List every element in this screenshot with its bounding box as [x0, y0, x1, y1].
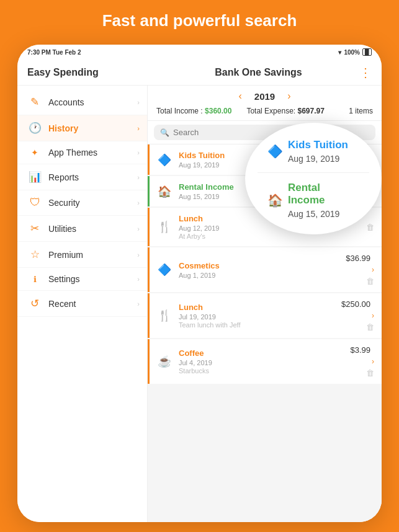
year-nav: ‹ 2019 › — [148, 86, 382, 104]
cosmetics-amount: $36.99 — [346, 254, 370, 263]
chevron-history: › — [137, 125, 140, 132]
magnify-kids-tuition-name: Kids Tuition — [288, 139, 348, 151]
reports-icon: 📊 — [26, 171, 43, 184]
sidebar: ✎ Accounts › 🕐 History › ✦ App Themes › … — [17, 86, 148, 522]
main-content: ✎ Accounts › 🕐 History › ✦ App Themes › … — [17, 86, 382, 522]
chevron-reports: › — [137, 174, 140, 181]
account-name: Bank One Savings — [158, 67, 359, 78]
next-year-button[interactable]: › — [287, 91, 290, 102]
total-income: Total Income : $360.00 — [156, 107, 231, 115]
cosmetics-date: Aug 1, 2019 — [179, 272, 346, 279]
more-options-button[interactable]: ⋮ — [359, 65, 372, 80]
chevron-accounts: › — [137, 99, 140, 106]
items-count: 1 items — [349, 107, 373, 115]
coffee-right: $3.99 › 🗑 — [350, 345, 374, 378]
sidebar-label-settings: Settings — [48, 274, 137, 284]
premium-icon: ☆ — [26, 248, 43, 261]
magnify-rental-income-date: Aug 15, 2019 — [288, 209, 359, 219]
expense-label: Total Expense: — [246, 107, 295, 115]
status-bar: 7:30 PM Tue Feb 2 ▾ 100% ▉ — [17, 45, 382, 60]
lunch-2-amount: $250.00 — [341, 299, 370, 309]
coffee-icon: ☕ — [155, 355, 174, 368]
kids-tuition-icon: 🔷 — [155, 153, 174, 167]
chevron-settings: › — [137, 275, 140, 283]
chevron-app-themes: › — [137, 149, 140, 156]
magnify-item-rental-income: 🏠 Rental Income Aug 15, 2019 — [258, 173, 369, 228]
security-icon: 🛡 — [26, 197, 43, 209]
battery-percent: 100% — [344, 49, 360, 56]
trash-icon-cosmetics[interactable]: 🗑 — [366, 277, 374, 286]
rental-income-icon: 🏠 — [155, 185, 174, 198]
app-header: Easy Spending Bank One Savings ⋮ — [17, 60, 382, 86]
cosmetics-name: Cosmetics — [179, 261, 346, 270]
sidebar-item-settings[interactable]: ℹ Settings › — [17, 268, 147, 291]
accounts-icon: ✎ — [26, 95, 43, 109]
chevron-recent: › — [137, 300, 140, 308]
history-icon: 🕐 — [26, 122, 43, 135]
wifi-icon: ▾ — [338, 49, 341, 56]
sidebar-item-security[interactable]: 🛡 Security › — [17, 190, 147, 216]
app-themes-icon: ✦ — [26, 148, 43, 157]
sidebar-label-reports: Reports — [48, 172, 137, 182]
sidebar-label-accounts: Accounts — [48, 97, 137, 107]
sidebar-label-security: Security — [48, 198, 137, 208]
sidebar-item-reports[interactable]: 📊 Reports › — [17, 164, 147, 190]
chevron-utilities: › — [137, 225, 140, 233]
settings-icon: ℹ — [26, 275, 43, 284]
year-display: 2019 — [254, 91, 275, 102]
income-value: $360.00 — [205, 107, 231, 115]
sidebar-item-recent[interactable]: ↺ Recent › — [17, 291, 147, 317]
app-name: Easy Spending — [27, 67, 158, 78]
chevron-lunch-2[interactable]: › — [372, 311, 374, 320]
right-panel: ‹ 2019 › Total Income : $360.00 Total Ex… — [148, 86, 382, 522]
lunch-2-right: $250.00 › 🗑 — [341, 299, 374, 332]
total-expense: Total Expense: $697.97 — [246, 107, 324, 115]
trash-icon-coffee[interactable]: 🗑 — [366, 368, 374, 378]
coffee-note: Starbucks — [179, 367, 350, 375]
lunch-1-icon: 🍴 — [155, 220, 174, 234]
summary-bar: Total Income : $360.00 Total Expense: $6… — [148, 104, 382, 121]
transaction-item-cosmetics[interactable]: 🔷 Cosmetics Aug 1, 2019 $36.99 › 🗑 — [148, 247, 382, 292]
battery-icon: ▉ — [362, 48, 372, 56]
coffee-date: Jul 4, 2019 — [179, 359, 350, 366]
magnify-kids-tuition-icon: 🔷 — [267, 144, 283, 159]
magnify-kids-tuition-date: Aug 19, 2019 — [288, 154, 348, 164]
coffee-name: Coffee — [179, 348, 350, 358]
coffee-info: Coffee Jul 4, 2019 Starbucks — [179, 348, 350, 375]
recent-icon: ↺ — [26, 297, 43, 310]
trash-icon-lunch-2[interactable]: 🗑 — [366, 322, 374, 332]
chevron-coffee[interactable]: › — [372, 357, 374, 366]
transaction-item-lunch-2[interactable]: 🍴 Lunch Jul 19, 2019 Team lunch with Jef… — [148, 293, 382, 338]
status-time: 7:30 PM Tue Feb 2 — [27, 49, 81, 56]
sidebar-item-premium[interactable]: ☆ Premium › — [17, 242, 147, 268]
chevron-premium: › — [137, 251, 140, 259]
sidebar-label-app-themes: App Themes — [48, 148, 137, 157]
sidebar-item-app-themes[interactable]: ✦ App Themes › — [17, 141, 147, 164]
utilities-icon: ✂ — [26, 222, 43, 235]
cosmetics-info: Cosmetics Aug 1, 2019 — [179, 261, 346, 279]
lunch-1-note: At Arby's — [179, 233, 366, 240]
lunch-2-note: Team lunch with Jeff — [179, 321, 341, 329]
sidebar-item-utilities[interactable]: ✂ Utilities › — [17, 216, 147, 242]
sidebar-label-recent: Recent — [48, 299, 137, 309]
lunch-2-info: Lunch Jul 19, 2019 Team lunch with Jeff — [179, 303, 341, 329]
chevron-cosmetics[interactable]: › — [372, 265, 374, 274]
page-title: Fast and powerful search — [0, 0, 399, 39]
transaction-item-coffee[interactable]: ☕ Coffee Jul 4, 2019 Starbucks $3.99 › 🗑 — [148, 339, 382, 384]
cosmetics-right: $36.99 › 🗑 — [346, 254, 374, 286]
magnify-popup: 🔷 Kids Tuition Aug 19, 2019 🏠 Rental Inc… — [245, 123, 382, 234]
lunch-2-name: Lunch — [179, 303, 341, 312]
magnify-item-kids-tuition: 🔷 Kids Tuition Aug 19, 2019 — [258, 130, 369, 173]
sidebar-item-accounts[interactable]: ✎ Accounts › — [17, 89, 147, 115]
sidebar-item-history[interactable]: 🕐 History › — [17, 115, 147, 141]
magnify-rental-income-name: Rental Income — [288, 182, 359, 206]
prev-year-button[interactable]: ‹ — [238, 91, 241, 102]
sidebar-label-history: History — [48, 123, 137, 133]
chevron-security: › — [137, 199, 140, 206]
device-frame: 7:30 PM Tue Feb 2 ▾ 100% ▉ Easy Spending… — [17, 45, 382, 522]
magnify-rental-income-icon: 🏠 — [267, 193, 283, 208]
sidebar-label-utilities: Utilities — [48, 224, 137, 234]
cosmetics-icon: 🔷 — [155, 263, 174, 277]
expense-value: $697.97 — [298, 107, 325, 115]
income-label: Total Income : — [156, 107, 203, 115]
